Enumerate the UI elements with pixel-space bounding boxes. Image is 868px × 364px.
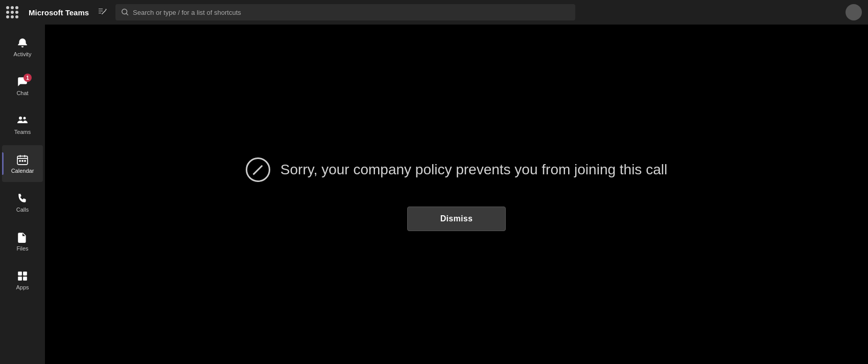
calendar-icon	[16, 153, 29, 166]
content-area: Sorry, your company policy prevents you …	[45, 25, 868, 364]
sidebar-item-teams-label: Teams	[14, 129, 31, 135]
sidebar-item-activity[interactable]: Activity	[2, 29, 43, 65]
svg-rect-3	[19, 160, 20, 162]
sidebar-item-chat[interactable]: 1 Chat	[2, 67, 43, 104]
svg-rect-4	[21, 160, 23, 162]
main-layout: Activity 1 Chat Teams	[0, 25, 868, 364]
svg-rect-7	[23, 271, 27, 276]
compose-icon[interactable]	[97, 7, 107, 17]
sidebar-item-teams[interactable]: Teams	[2, 106, 43, 143]
sidebar-item-activity-label: Activity	[14, 51, 32, 57]
sidebar-item-apps[interactable]: Apps	[2, 262, 43, 299]
search-placeholder-text: Search or type / for a list of shortcuts	[133, 9, 241, 16]
chat-badge: 1	[24, 74, 32, 82]
sidebar-item-calls-label: Calls	[16, 207, 29, 213]
app-title: Microsoft Teams	[29, 8, 89, 17]
svg-point-1	[24, 117, 26, 120]
sidebar-item-calendar[interactable]: Calendar	[2, 145, 43, 182]
error-message-text: Sorry, your company policy prevents you …	[280, 162, 667, 178]
svg-rect-8	[18, 277, 22, 281]
sidebar: Activity 1 Chat Teams	[0, 25, 45, 364]
profile-avatar[interactable]	[846, 4, 862, 20]
search-icon	[122, 9, 129, 16]
app-launcher-icon[interactable]	[6, 6, 18, 18]
blocked-icon	[246, 157, 270, 182]
error-message-container: Sorry, your company policy prevents you …	[246, 157, 667, 182]
sidebar-item-calendar-label: Calendar	[11, 168, 34, 174]
files-icon	[16, 231, 29, 243]
svg-rect-6	[18, 271, 22, 276]
apps-icon	[16, 270, 29, 282]
sidebar-item-chat-label: Chat	[16, 90, 28, 96]
sidebar-item-files[interactable]: Files	[2, 223, 43, 260]
svg-rect-9	[23, 277, 27, 281]
sidebar-item-calls[interactable]: Calls	[2, 184, 43, 221]
chat-icon: 1	[16, 76, 29, 88]
search-bar[interactable]: Search or type / for a list of shortcuts	[115, 4, 575, 20]
svg-point-0	[19, 117, 22, 120]
svg-rect-5	[24, 160, 26, 162]
bell-icon	[16, 37, 29, 49]
title-bar: Microsoft Teams Search or type / for a l…	[0, 0, 868, 25]
sidebar-item-apps-label: Apps	[16, 284, 29, 290]
teams-icon	[16, 115, 29, 127]
dismiss-button[interactable]: Dismiss	[407, 207, 506, 231]
calls-icon	[16, 192, 29, 204]
sidebar-item-files-label: Files	[16, 245, 28, 252]
